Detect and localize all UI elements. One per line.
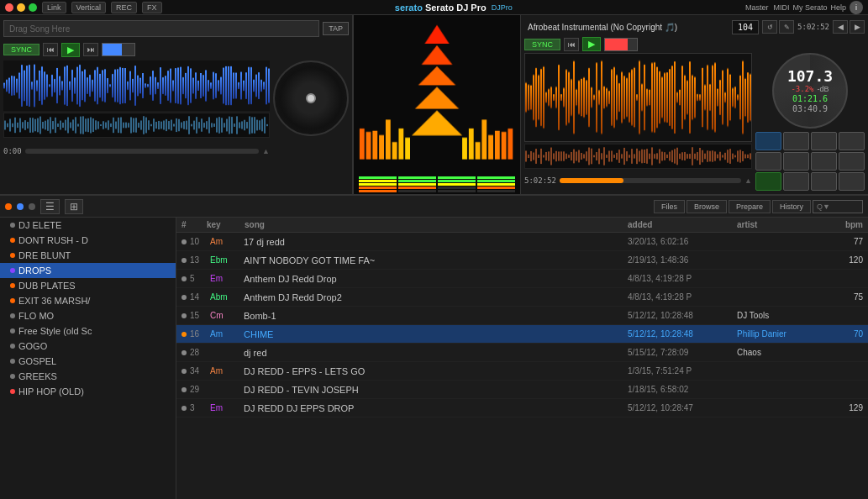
left-turntable[interactable] (273, 60, 349, 136)
right-bpm-display: 104 (732, 20, 759, 34)
track-added: 5/12/12, 10:28:48 (628, 311, 737, 320)
pad-7[interactable] (811, 152, 837, 171)
nav-dot-1 (5, 203, 12, 210)
track-bullet (181, 295, 187, 300)
table-row[interactable]: 29DJ REDD - TEVIN JOSEPH1/18/15, 6:58:02 (176, 381, 868, 399)
pad-2[interactable] (783, 132, 809, 150)
table-row[interactable]: 5EmAnthem DJ Redd Drop4/8/13, 4:19:28 P (176, 270, 868, 288)
right-arrow-icon: ▲ (744, 176, 752, 185)
window-controls (5, 3, 37, 12)
sidebar-dot-3 (10, 268, 15, 273)
right-repeat-btn[interactable]: ↺ (762, 20, 777, 34)
pad-10[interactable] (783, 172, 809, 191)
pad-12[interactable] (839, 172, 865, 191)
sidebar-item-5[interactable]: EXIT 36 MARSH/ (0, 293, 176, 308)
search-input[interactable] (813, 200, 863, 213)
maximize-button[interactable] (29, 3, 37, 12)
sidebar-label-11: HIP HOP (OLD) (18, 386, 84, 397)
sidebar-dot-6 (10, 313, 15, 318)
sidebar-dot-11 (10, 389, 15, 394)
sidebar-item-9[interactable]: GOSPEL (0, 354, 176, 369)
track-song: DJ REDD DJ EPPS DROP (244, 403, 628, 413)
header-num: # (181, 220, 207, 229)
pad-6[interactable] (783, 152, 809, 171)
sidebar-label-5: EXIT 36 MARSH/ (18, 296, 90, 306)
history-tab[interactable]: History (772, 200, 811, 213)
track-bpm: 120 (829, 255, 863, 265)
left-time: 0:00 (3, 147, 22, 155)
right-nav-arrows: ◀ ▶ (833, 20, 865, 34)
track-key: Em (210, 403, 244, 412)
track-added: 2/19/13, 1:48:36 (628, 255, 737, 265)
sidebar-item-10[interactable]: GREEKS (0, 369, 176, 384)
sidebar-item-3[interactable]: DROPS (0, 263, 176, 278)
prepare-tab[interactable]: Prepare (729, 200, 771, 213)
track-added: 5/12/12, 10:28:48 (628, 329, 737, 339)
table-row[interactable]: 16AmCHIME5/12/12, 10:28:48Phillip Danier… (176, 325, 868, 344)
sidebar-dot-4 (10, 283, 15, 288)
track-artist: Phillip Danier (737, 329, 829, 339)
table-row[interactable]: 15CmBomb-15/12/12, 10:28:48DJ Tools (176, 307, 868, 325)
right-prev-button[interactable]: ⏮ (564, 38, 579, 51)
pad-5[interactable] (755, 152, 781, 171)
left-prev-button[interactable]: ⏮ (43, 43, 58, 56)
help-label: Help (830, 3, 846, 12)
table-row[interactable]: 34AmDJ REDD - EPPS - LETS GO1/3/15, 7:51… (176, 362, 868, 381)
left-turntable-center (306, 93, 316, 103)
sidebar-item-7[interactable]: Free Style (old Sc (0, 323, 176, 339)
fx-button[interactable]: FX (142, 2, 162, 13)
right-next-arrow[interactable]: ▶ (850, 20, 865, 34)
right-sync-button[interactable]: SYNC (524, 39, 560, 50)
close-button[interactable] (5, 3, 13, 12)
nav-grid-btn[interactable]: ⊞ (65, 199, 83, 214)
left-pitch-bar[interactable] (102, 43, 135, 56)
left-next-button[interactable]: ⏭ (83, 43, 98, 56)
level-col-4 (477, 176, 515, 192)
pad-11[interactable] (811, 172, 837, 191)
files-tab[interactable]: Files (654, 200, 685, 213)
sidebar-item-1[interactable]: DONT RUSH - D (0, 233, 176, 248)
pad-9[interactable] (755, 172, 781, 191)
link-button[interactable]: Link (42, 2, 66, 13)
right-pitch-bar[interactable] (604, 38, 638, 51)
nav-list-btn[interactable]: ☰ (40, 199, 60, 214)
right-prev-arrow[interactable]: ◀ (833, 20, 848, 34)
pad-4[interactable] (839, 132, 865, 150)
right-play-button[interactable]: ▶ (582, 37, 601, 51)
track-key: Cm (210, 311, 244, 320)
table-row[interactable]: 28dj red5/15/12, 7:28:09Chaos (176, 344, 868, 362)
sidebar-item-0[interactable]: DJ ELETE (0, 218, 176, 233)
table-row[interactable]: 14AbmAnthem DJ Redd Drop24/8/13, 4:19:28… (176, 288, 868, 307)
sidebar-item-4[interactable]: DUB PLATES (0, 278, 176, 293)
decks-area: Drag Song Here TAP SYNC ⏮ ▶ ⏭ 0:00 (0, 15, 868, 196)
sidebar-item-6[interactable]: FLO MO (0, 308, 176, 323)
pad-3[interactable] (811, 132, 837, 150)
sidebar-item-11[interactable]: HIP HOP (OLD) (0, 384, 176, 399)
tap-button[interactable]: TAP (323, 22, 349, 35)
right-edit-btn[interactable]: ✎ (779, 20, 794, 34)
track-added: 1/18/15, 6:58:02 (628, 385, 737, 394)
info-icon[interactable]: i (850, 1, 863, 14)
right-waveform (524, 53, 752, 142)
table-row[interactable]: 3EmDJ REDD DJ EPPS DROP5/12/12, 10:28:47… (176, 399, 868, 418)
left-play-button[interactable]: ▶ (61, 43, 80, 57)
rec-button[interactable]: REC (111, 2, 137, 13)
browse-tab[interactable]: Browse (687, 200, 727, 213)
minimize-button[interactable] (17, 3, 25, 12)
left-progress[interactable] (25, 149, 259, 154)
right-progress[interactable] (560, 178, 741, 183)
pad-1[interactable] (755, 132, 781, 150)
level-col-1 (359, 176, 397, 192)
table-row[interactable]: 13EbmAIN'T NOBODY GOT TIME FA~2/19/13, 1… (176, 251, 868, 270)
vertical-button[interactable]: Vertical (71, 2, 107, 13)
bpm-wheel[interactable]: 107.3 -3.2% -dB 01:21.6 03:40.9 (772, 53, 848, 129)
top-menu-bar: Link Vertical REC FX serato Serato DJ Pr… (0, 0, 868, 15)
nav-dot-2 (17, 203, 24, 210)
sidebar-item-8[interactable]: GOGO (0, 339, 176, 354)
sidebar-item-2[interactable]: DRE BLUNT (0, 248, 176, 263)
left-sync-button[interactable]: SYNC (3, 44, 39, 55)
table-row[interactable]: 10Am17 dj redd3/20/13, 6:02:1677 (176, 233, 868, 251)
track-song: dj red (244, 348, 628, 358)
track-bullet (181, 369, 187, 374)
pad-8[interactable] (839, 152, 865, 171)
